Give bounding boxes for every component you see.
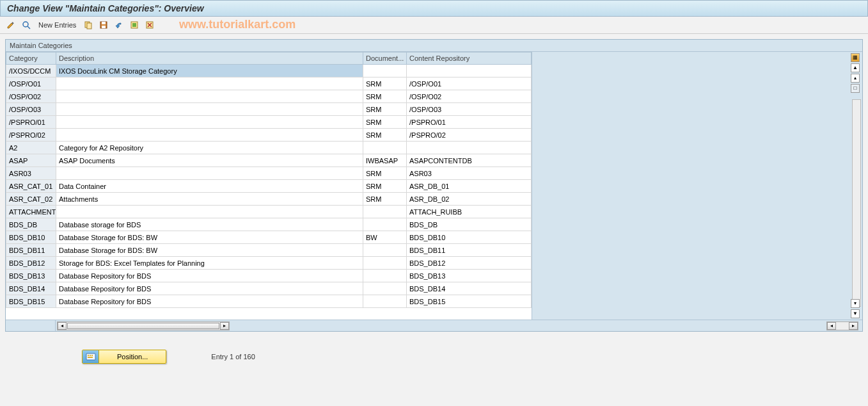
column-header-category[interactable]: Category [6, 53, 56, 65]
cell-category[interactable]: BDS_DB11 [6, 244, 56, 257]
cell-category[interactable]: BDS_DB14 [6, 282, 56, 295]
table-row[interactable]: ASAPASAP DocumentsIWBASAPASAPCONTENTDB [6, 154, 532, 167]
scroll-top-icon[interactable]: ▲ [851, 63, 860, 72]
cell-document[interactable]: IWBASAP [363, 154, 407, 167]
table-row[interactable]: BDS_DB11Database Storage for BDS: BWBDS_… [6, 244, 532, 257]
deselect-all-icon[interactable] [144, 19, 155, 31]
cell-category[interactable]: BDS_DB [6, 218, 56, 231]
cell-description[interactable]: Category for A2 Repository [56, 142, 363, 154]
cell-description[interactable]: Database storage for BDS [56, 218, 363, 231]
cell-category[interactable]: BDS_DB15 [6, 295, 56, 308]
cell-repository[interactable]: /PSPRO/02 [407, 129, 532, 142]
cell-document[interactable]: SRM [363, 180, 407, 193]
cell-description[interactable]: Database Repository for BDS [56, 270, 363, 282]
cell-description[interactable] [56, 206, 363, 218]
cell-repository[interactable]: /OSP/O01 [407, 77, 532, 90]
select-block-icon[interactable]: □ [851, 84, 860, 93]
cell-category[interactable]: /PSPRO/02 [6, 129, 56, 142]
table-row[interactable]: /IXOS/DCCMIXOS DocuLink CM Storage Categ… [6, 65, 532, 77]
cell-category[interactable]: BDS_DB10 [6, 231, 56, 244]
table-row[interactable]: /OSP/O01SRM/OSP/O01 [6, 77, 532, 90]
cell-repository[interactable]: ASR_DB_01 [407, 180, 532, 193]
horizontal-scrollbar-right[interactable]: ◂ ▸ [826, 321, 858, 330]
cell-repository[interactable]: BDS_DB15 [407, 295, 532, 308]
scroll-down-icon[interactable]: ▾ [851, 299, 860, 308]
table-row[interactable]: ASR03SRMASR03 [6, 167, 532, 180]
table-row[interactable]: /OSP/O03SRM/OSP/O03 [6, 103, 532, 116]
cell-repository[interactable]: BDS_DB [407, 218, 532, 231]
cell-repository[interactable]: BDS_DB12 [407, 257, 532, 270]
hscroll-right-arrow-icon[interactable]: ▸ [220, 322, 229, 330]
table-row[interactable]: BDS_DB12Storage for BDS: Excel Templates… [6, 257, 532, 270]
table-row[interactable]: BDS_DB13Database Repository for BDSBDS_D… [6, 270, 532, 282]
cell-repository[interactable]: ASAPCONTENTDB [407, 154, 532, 167]
categories-table[interactable]: Category Description Document... Content… [6, 52, 532, 308]
cell-repository[interactable] [407, 142, 532, 154]
cell-repository[interactable]: BDS_DB10 [407, 231, 532, 244]
table-row[interactable]: BDS_DBDatabase storage for BDSBDS_DB [6, 218, 532, 231]
cell-category[interactable]: ASR03 [6, 167, 56, 180]
cell-document[interactable] [363, 65, 407, 77]
cell-document[interactable]: SRM [363, 116, 407, 129]
cell-repository[interactable]: ATTACH_RUIBB [407, 206, 532, 218]
column-header-repository[interactable]: Content Repository [407, 53, 532, 65]
cell-document[interactable] [363, 282, 407, 295]
hscroll2-left-arrow-icon[interactable]: ◂ [827, 322, 836, 330]
cell-description[interactable] [56, 129, 363, 142]
cell-repository[interactable]: /OSP/O03 [407, 103, 532, 116]
column-header-document[interactable]: Document... [363, 53, 407, 65]
table-row[interactable]: ASR_CAT_02AttachmentsSRMASR_DB_02 [6, 193, 532, 206]
cell-document[interactable] [363, 270, 407, 282]
position-button[interactable]: Position... [82, 350, 166, 364]
cell-description[interactable]: Storage for BDS: Excel Templates for Pla… [56, 257, 363, 270]
cell-description[interactable]: Database Repository for BDS [56, 282, 363, 295]
cell-document[interactable] [363, 295, 407, 308]
cell-document[interactable]: SRM [363, 167, 407, 180]
table-row[interactable]: A2Category for A2 Repository [6, 142, 532, 154]
cell-description[interactable] [56, 77, 363, 90]
cell-document[interactable] [363, 206, 407, 218]
hscroll-left-arrow-icon[interactable]: ◂ [58, 322, 67, 330]
scroll-bottom-icon[interactable]: ▼ [851, 309, 860, 318]
save-icon[interactable] [98, 19, 109, 31]
cell-document[interactable] [363, 142, 407, 154]
cell-description[interactable] [56, 116, 363, 129]
cell-description[interactable]: Database Storage for BDS: BW [56, 244, 363, 257]
table-row[interactable]: BDS_DB15Database Repository for BDSBDS_D… [6, 295, 532, 308]
table-row[interactable]: ASR_CAT_01Data ContainerSRMASR_DB_01 [6, 180, 532, 193]
vertical-scrollbar[interactable] [852, 99, 861, 307]
cell-repository[interactable]: /OSP/O02 [407, 90, 532, 103]
table-row[interactable]: ATTACHMENTATTACH_RUIBB [6, 206, 532, 218]
cell-category[interactable]: BDS_DB13 [6, 270, 56, 282]
cell-document[interactable] [363, 244, 407, 257]
cell-document[interactable] [363, 218, 407, 231]
horizontal-scrollbar-left[interactable]: ◂ ▸ [57, 321, 230, 330]
scroll-up-icon[interactable]: ▴ [851, 74, 860, 83]
find-icon[interactable] [20, 19, 32, 31]
select-all-icon[interactable] [129, 19, 140, 31]
cell-document[interactable] [363, 257, 407, 270]
cell-document[interactable]: BW [363, 231, 407, 244]
cell-description[interactable]: Database Repository for BDS [56, 295, 363, 308]
cell-category[interactable]: /OSP/O03 [6, 103, 56, 116]
cell-category[interactable]: ATTACHMENT [6, 206, 56, 218]
cell-category[interactable]: /PSPRO/01 [6, 116, 56, 129]
column-header-description[interactable]: Description [56, 53, 363, 65]
cell-category[interactable]: /IXOS/DCCM [6, 65, 56, 77]
table-settings-icon[interactable]: ▦ [851, 53, 860, 62]
cell-repository[interactable]: ASR_DB_02 [407, 193, 532, 206]
cell-description[interactable] [56, 167, 363, 180]
cell-description[interactable]: Data Container [56, 180, 363, 193]
cell-repository[interactable]: ASR03 [407, 167, 532, 180]
new-entries-button[interactable]: New Entries [36, 20, 79, 30]
cell-category[interactable]: ASR_CAT_01 [6, 180, 56, 193]
cell-repository[interactable] [407, 65, 532, 77]
cell-category[interactable]: /OSP/O02 [6, 90, 56, 103]
cell-description[interactable]: IXOS DocuLink CM Storage Category [56, 65, 363, 77]
cell-repository[interactable]: /PSPRO/01 [407, 116, 532, 129]
copy-icon[interactable] [83, 19, 94, 31]
cell-description[interactable] [56, 90, 363, 103]
cell-description[interactable]: Attachments [56, 193, 363, 206]
cell-document[interactable]: SRM [363, 77, 407, 90]
cell-category[interactable]: /OSP/O01 [6, 77, 56, 90]
